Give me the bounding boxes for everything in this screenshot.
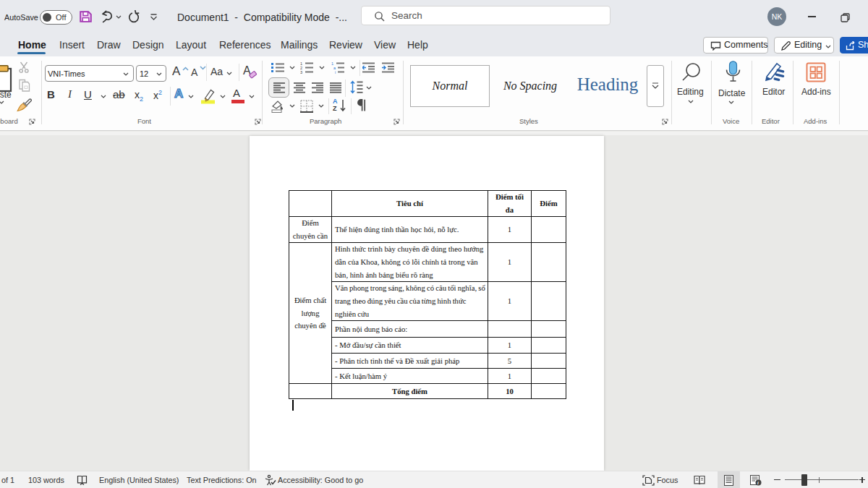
svg-text:i: i [757, 480, 759, 485]
svg-text:3: 3 [300, 70, 302, 74]
svg-text:i: i [335, 70, 336, 74]
